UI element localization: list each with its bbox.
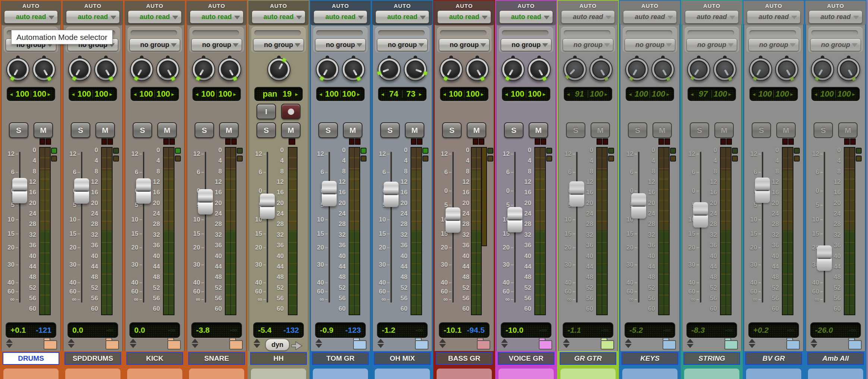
nudge-arrows[interactable] — [501, 339, 508, 348]
fader-track[interactable] — [823, 152, 825, 303]
solo-button[interactable]: S — [133, 122, 152, 138]
pan-decrement-arrow[interactable]: ◂ — [320, 91, 324, 97]
nudge-arrows[interactable] — [130, 339, 136, 348]
track-name[interactable]: SPDDRUMS — [65, 352, 121, 365]
nudge-arrows[interactable] — [687, 339, 694, 348]
fader-cap[interactable] — [136, 178, 151, 204]
volume-display[interactable]: -5.2 -∞ — [625, 322, 675, 338]
track-name[interactable]: BV GR — [745, 352, 802, 365]
arrow-up-icon[interactable] — [130, 339, 136, 343]
pan-knob-left[interactable] — [749, 58, 772, 81]
clip-indicators[interactable] — [411, 138, 422, 145]
group-select[interactable]: no group — [810, 38, 861, 51]
group-color-bar[interactable] — [502, 30, 548, 35]
fader-cap[interactable] — [12, 178, 27, 203]
track-name[interactable]: GR GTR — [560, 352, 616, 365]
pan-decrement-arrow[interactable]: ◂ — [443, 91, 447, 97]
automation-mode-select[interactable]: auto read — [66, 10, 120, 24]
group-color-bar[interactable] — [378, 30, 425, 35]
group-select[interactable]: no group — [315, 38, 366, 51]
input-monitor-button[interactable]: I — [257, 104, 276, 119]
group-color-bar[interactable] — [440, 30, 487, 35]
pan-decrement-arrow[interactable]: ◂ — [567, 91, 571, 97]
track-name[interactable]: OH MIX — [374, 352, 431, 365]
pan-knob-left[interactable] — [811, 58, 834, 81]
group-select[interactable]: no group — [563, 38, 613, 51]
volume-display[interactable]: -1.2 -∞ — [377, 322, 428, 338]
fader-cap[interactable] — [631, 193, 646, 219]
arrow-up-icon[interactable] — [625, 339, 632, 343]
pan-increment-arrow[interactable]: ▸ — [172, 91, 176, 97]
pan-display[interactable]: ◂ 97 100 ▸ — [688, 87, 736, 101]
track-name[interactable]: SNARE — [188, 352, 245, 365]
arrow-down-icon[interactable] — [6, 344, 13, 348]
mute-button[interactable]: M — [529, 122, 548, 138]
pan-increment-arrow[interactable]: ▸ — [295, 91, 299, 97]
pan-display[interactable]: ◂ 74 73 ▸ — [378, 87, 427, 101]
folder-icon[interactable] — [353, 340, 367, 350]
pan-display[interactable]: ◂ 100 100 ▸ — [130, 87, 179, 101]
clip-indicators[interactable] — [658, 138, 670, 145]
pan-knob-left[interactable] — [130, 58, 153, 81]
folder-icon[interactable] — [848, 340, 862, 350]
automation-mode-select[interactable]: auto read — [747, 10, 801, 24]
fader-cap[interactable] — [384, 182, 399, 207]
fader-track[interactable] — [390, 152, 392, 303]
arrow-down-icon[interactable] — [315, 344, 322, 348]
arrow-up-icon[interactable] — [687, 339, 694, 343]
group-select[interactable]: no group — [439, 38, 490, 51]
arrow-down-icon[interactable] — [68, 344, 75, 348]
clip-indicators[interactable] — [163, 138, 175, 145]
pan-display[interactable]: ◂ 100 100 ▸ — [626, 87, 674, 101]
mute-button[interactable]: M — [343, 122, 362, 138]
group-color-bar[interactable] — [688, 30, 734, 35]
solo-button[interactable]: S — [442, 122, 462, 138]
solo-button[interactable]: S — [504, 122, 523, 138]
pan-decrement-arrow[interactable]: ◂ — [134, 91, 138, 97]
fader-cap[interactable] — [322, 181, 337, 206]
clip-indicators[interactable] — [535, 138, 546, 145]
mute-button[interactable]: M — [652, 122, 672, 138]
solo-button[interactable]: S — [690, 122, 709, 138]
pan-increment-arrow[interactable]: ▸ — [110, 91, 114, 97]
volume-display[interactable]: +0.1 -121 — [6, 322, 56, 338]
nudge-arrows[interactable] — [254, 339, 260, 348]
track-name[interactable]: DRUMS — [3, 352, 59, 365]
arrow-up-icon[interactable] — [811, 339, 817, 343]
fader-cap[interactable] — [507, 207, 522, 232]
volume-display[interactable]: -8.3 -∞ — [686, 322, 737, 338]
mute-button[interactable]: M — [34, 122, 53, 138]
arrow-up-icon[interactable] — [749, 339, 755, 343]
mute-button[interactable]: M — [467, 122, 486, 138]
clip-indicators[interactable] — [720, 138, 732, 145]
nudge-arrows[interactable] — [315, 339, 322, 348]
fader-track[interactable] — [81, 152, 83, 303]
pan-display[interactable]: ◂ pan 19 ▸ — [254, 87, 303, 101]
solo-button[interactable]: S — [752, 122, 771, 138]
pan-knob-left[interactable] — [378, 58, 401, 81]
mute-button[interactable]: M — [591, 122, 610, 138]
folder-icon[interactable] — [44, 340, 57, 350]
pan-increment-arrow[interactable]: ▸ — [357, 91, 361, 97]
arrow-down-icon[interactable] — [192, 344, 198, 348]
pan-knob-right[interactable] — [837, 58, 860, 81]
pan-knob-right[interactable] — [528, 58, 551, 81]
arrow-up-icon[interactable] — [563, 339, 570, 343]
volume-display[interactable]: -10.0 -∞ — [501, 322, 551, 338]
nudge-arrows[interactable] — [439, 339, 446, 348]
arrow-up-icon[interactable] — [192, 339, 198, 343]
pan-display[interactable]: ◂ 100 100 ▸ — [192, 87, 241, 101]
pan-knob-left[interactable] — [192, 58, 215, 81]
pan-increment-arrow[interactable]: ▸ — [481, 91, 485, 97]
group-select[interactable]: no group — [191, 38, 242, 51]
fader-cap[interactable] — [260, 194, 275, 219]
clip-indicators[interactable] — [289, 138, 295, 145]
pan-increment-arrow[interactable]: ▸ — [543, 91, 547, 97]
fader-cap[interactable] — [817, 245, 832, 271]
pan-knob-right[interactable] — [342, 58, 365, 81]
arrow-down-icon[interactable] — [625, 344, 632, 348]
arrow-up-icon[interactable] — [68, 339, 75, 343]
record-button[interactable] — [281, 104, 301, 119]
pan-knob-left[interactable] — [68, 58, 91, 81]
pan-knob-right[interactable] — [466, 58, 489, 81]
